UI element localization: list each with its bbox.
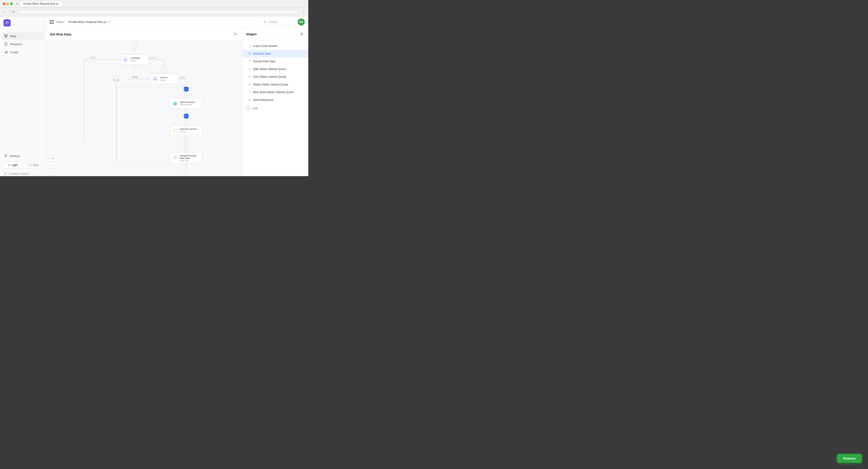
app-logo (3, 20, 10, 26)
svg-line-23 (4, 173, 5, 174)
svg-text:⸻: ⸻ (174, 129, 176, 132)
svg-text:+: + (185, 169, 187, 173)
flow-icon (4, 34, 8, 38)
search-bar[interactable]: Search (260, 19, 295, 25)
svg-line-24 (4, 174, 5, 175)
search-label: Search (269, 20, 277, 24)
dark-label: Dark (33, 164, 38, 167)
add-stage-label: Add (253, 106, 258, 110)
svg-text:If Winbeat: If Winbeat (130, 57, 140, 59)
svg-text:FALSE: FALSE (179, 76, 185, 79)
new-tab-button[interactable]: + (16, 2, 18, 6)
svg-text:🌐: 🌐 (174, 102, 177, 105)
canvas-search-button[interactable] (232, 31, 239, 37)
svg-text:Open Browser: Open Browser (180, 103, 192, 106)
stage-item-2[interactable]: 2 Get Risk Data (242, 50, 308, 58)
collapse-sidebar-button[interactable]: Collapse Sidebar (2, 171, 44, 176)
browser-menu-button[interactable]: ⋮ (302, 9, 306, 14)
stage-item-7[interactable]: 7 Blue Zebra Motor Vehicle Quote (242, 88, 308, 96)
svg-rect-15 (6, 52, 6, 53)
svg-text:If/Else: If/Else (130, 60, 136, 62)
top-bar: Flows / Private Motor Requote flow yo ▼ … (46, 16, 308, 28)
fit-view-button[interactable]: ⛶ (50, 169, 56, 175)
add-stage-plus-icon: + (246, 106, 250, 110)
flow-label: Flow (10, 35, 16, 38)
svg-text:↗: ↗ (175, 156, 176, 159)
svg-text:+: + (185, 88, 187, 91)
svg-point-27 (264, 21, 266, 23)
sidebar: Flow Releases (0, 16, 46, 176)
svg-rect-16 (7, 51, 7, 53)
svg-text:⇌: ⇌ (124, 58, 126, 61)
sidebar-header (0, 16, 46, 30)
refresh-button[interactable]: ↻ (12, 10, 15, 14)
svg-line-28 (266, 23, 267, 23)
svg-text:TRUE: TRUE (132, 76, 138, 79)
light-label: Light (12, 164, 18, 167)
breadcrumb-chevron-button[interactable]: ▼ (108, 21, 111, 23)
content-area: Get Risk Data (46, 28, 308, 176)
stage-item-4[interactable]: 4 QBE Motor Vehicle Quote (242, 65, 308, 73)
settings-label: Settings (10, 154, 20, 158)
svg-rect-14 (5, 53, 5, 53)
stage-item-1[interactable]: 1 Load Cover Details (242, 42, 308, 50)
stage-item-3[interactable]: 3 Format Risk Data (242, 58, 308, 65)
sidebar-item-usage[interactable]: Usage (2, 48, 44, 56)
stage-item-6[interactable]: 6 Allianz Motor Vehicle Quote (242, 81, 308, 88)
back-button[interactable]: ← (3, 10, 6, 14)
settings-item[interactable]: Settings (2, 152, 44, 160)
svg-text:login page: login page (180, 157, 190, 159)
svg-point-1 (7, 21, 8, 23)
svg-text:TRUE: TRUE (90, 57, 96, 59)
tab[interactable]: Private Motor Requote flow yo (20, 1, 63, 6)
canvas-header: Get Risk Data (46, 28, 242, 41)
collapse-icon (4, 172, 7, 175)
releases-label: Releases (10, 42, 22, 46)
breadcrumb-flows[interactable]: Flows (56, 20, 64, 24)
canvas-search-icon (234, 33, 237, 36)
canvas-title: Get Risk Data (50, 32, 71, 36)
minimize-btn[interactable] (6, 2, 9, 5)
close-btn[interactable] (3, 2, 5, 5)
zoom-out-button[interactable]: − (50, 162, 56, 168)
maximize-btn[interactable] (10, 2, 13, 5)
svg-line-25 (5, 173, 7, 174)
add-stage-button[interactable]: + Add (242, 104, 308, 113)
svg-point-94 (301, 33, 302, 35)
canvas-controls: + − ⛶ (50, 155, 56, 175)
user-avatar[interactable]: BB (298, 19, 305, 26)
stage-item-8[interactable]: 8 Send Response (242, 96, 308, 104)
main-area: Flows / Private Motor Requote flow yo ▼ … (46, 16, 308, 176)
usage-label: Usage (10, 51, 19, 54)
flow-diagram: + ⇌ If Winbeat If/Else TRUE (46, 39, 242, 176)
svg-point-3 (7, 23, 8, 25)
stage-item-5[interactable]: 5 CGU Motor Vehicle Quote (242, 73, 308, 81)
address-bar[interactable] (18, 11, 299, 13)
svg-line-26 (5, 174, 7, 175)
light-theme-button[interactable]: Light (2, 162, 23, 168)
forward-button[interactable]: → (7, 10, 11, 14)
svg-text:+: + (163, 69, 165, 72)
sidebar-item-releases[interactable]: Releases (2, 40, 44, 48)
app-grid-icon (50, 20, 54, 24)
svg-text:If IBAIS: If IBAIS (160, 76, 168, 79)
browser-nav-bar: ← → ↻ ⋮ (0, 7, 308, 16)
svg-point-0 (5, 21, 7, 23)
dark-theme-button[interactable]: Dark (24, 162, 44, 168)
svg-text:Python: Python (180, 131, 186, 133)
sidebar-item-flow[interactable]: Flow (2, 32, 44, 40)
stages-settings-icon (300, 32, 303, 36)
stages-settings-button[interactable] (299, 31, 305, 37)
svg-point-17 (5, 155, 6, 156)
svg-text:Maximise window: Maximise window (180, 128, 197, 130)
theme-toggle: Light Dark (2, 162, 44, 169)
svg-text:+: + (185, 142, 187, 145)
svg-text:+: + (185, 115, 187, 118)
settings-icon (4, 154, 7, 158)
svg-text:Navigate through: Navigate through (180, 154, 196, 157)
flow-svg: + ⇌ If Winbeat If/Else TRUE (46, 39, 242, 176)
top-breadcrumb: Flows / Private Motor Requote flow yo ▼ (56, 20, 257, 24)
zoom-in-button[interactable]: + (50, 155, 56, 162)
svg-text:Opens Browser: Opens Browser (180, 101, 195, 103)
svg-text:+: + (133, 44, 135, 47)
